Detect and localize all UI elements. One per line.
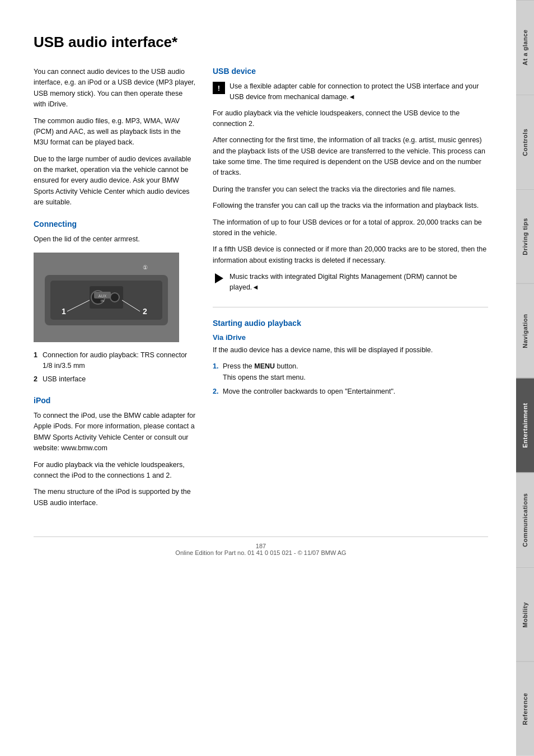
ipod-para1: To connect the iPod, use the BMW cable a… [34,410,196,454]
starting-audio-steps: 1. Press the MENU button. This opens the… [213,361,488,397]
svg-text:2: 2 [143,307,147,316]
edition-text: Online Edition for Part no. 01 41 0 015 … [175,549,346,556]
usb-para4: Following the transfer you can call up t… [213,200,488,211]
usb-para1: For audio playback via the vehicle louds… [213,108,488,130]
step-num-2: 2. [213,386,218,397]
footer: 187 Online Edition for Part no. 01 41 0 … [34,536,488,556]
sidebar-tab-reference[interactable]: Reference [516,661,534,756]
drm-note-text: Music tracks with integrated Digital Rig… [229,272,488,293]
armrest-image: AUX IN 1 2 ① [34,253,179,342]
item-num-1: 1 [34,350,38,361]
connection-item-2: 2 USB interface [34,374,196,385]
sidebar: At a glance Controls Driving tips Naviga… [516,0,534,756]
usb-warning: ! Use a flexible adapter cable for conne… [213,81,488,102]
ipod-heading: iPod [34,396,196,405]
svg-text:AUX: AUX [99,294,107,298]
sidebar-tab-navigation[interactable]: Navigation [516,283,534,378]
drm-note: Music tracks with integrated Digital Rig… [213,272,488,299]
usb-para6: If a fifth USB device is connected or if… [213,244,488,266]
starting-audio-intro: If the audio device has a device name, t… [213,345,488,356]
via-idrive-heading: Via iDrive [213,333,488,342]
sidebar-tab-mobility[interactable]: Mobility [516,567,534,662]
sidebar-tab-entertainment[interactable]: Entertainment [516,378,534,473]
separator [213,307,488,307]
connection-item-1: 1 Connection for audio playback: TRS con… [34,350,196,372]
svg-text:①: ① [143,264,148,270]
play-triangle-icon [213,272,225,284]
usb-para3: During the transfer you can select the t… [213,184,488,195]
page-title: USB audio interface* [34,34,488,51]
usb-para5: The information of up to four USB device… [213,217,488,239]
connecting-heading: Connecting [34,220,196,228]
step-2: 2. Move the controller backwards to open… [213,386,488,397]
item-num-2: 2 [34,374,38,385]
ipod-para2: For audio playback via the vehicle louds… [34,460,196,482]
step-1: 1. Press the MENU button. This opens the… [213,361,488,383]
page-number: 187 [256,543,266,549]
svg-text:1: 1 [62,307,66,316]
connection-list: 1 Connection for audio playback: TRS con… [34,350,196,385]
sidebar-tab-driving-tips[interactable]: Driving tips [516,189,534,284]
intro-para1: You can connect audio devices to the USB… [34,67,196,110]
sidebar-tab-controls[interactable]: Controls [516,95,534,189]
step-num-1: 1. [213,361,218,372]
usb-warning-text: Use a flexible adapter cable for connect… [229,81,488,102]
connecting-intro: Open the lid of the center armrest. [34,234,196,245]
svg-text:IN: IN [101,299,104,302]
svg-point-5 [110,293,119,302]
starting-audio-heading: Starting audio playback [213,319,488,328]
sidebar-tab-communications[interactable]: Communications [516,473,534,567]
sidebar-tab-at-a-glance[interactable]: At a glance [516,0,534,95]
warning-icon: ! [213,82,225,94]
intro-para2: The common audio files, e.g. MP3, WMA, W… [34,116,196,148]
usb-para2: After connecting for the first time, the… [213,135,488,179]
ipod-para3: The menu structure of the iPod is suppor… [34,487,196,508]
usb-device-heading: USB device [213,67,488,76]
intro-para3: Due to the large number of audio devices… [34,154,196,208]
